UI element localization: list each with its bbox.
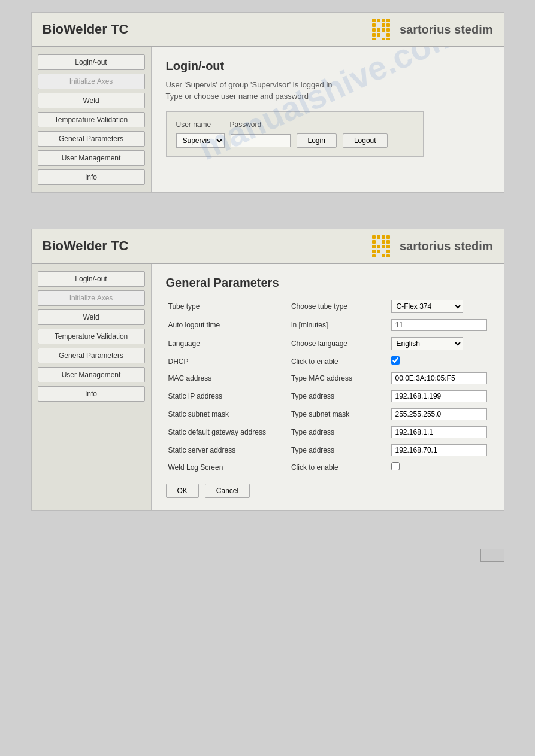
gp-value-gateway — [389, 423, 489, 441]
sidebar2-btn-info[interactable]: Info — [38, 386, 145, 402]
ok-button[interactable]: OK — [166, 484, 199, 498]
login-button[interactable]: Login — [297, 133, 337, 148]
sidebar2-btn-user-mgmt[interactable]: User Management — [38, 367, 145, 382]
panel2-brand-area: sartorius stedim — [372, 235, 493, 257]
svg-rect-19 — [382, 235, 385, 239]
user-name-label: User name — [176, 120, 218, 129]
sidebar-btn-temp-val[interactable]: Temperature Validation — [38, 112, 145, 127]
gp-label-auto-logout: Auto logout time — [166, 316, 289, 334]
svg-rect-23 — [386, 240, 390, 244]
gp-value-tube-type: C-Flex 374 — [389, 297, 489, 316]
brand-logo-icon — [372, 19, 394, 40]
logout-button[interactable]: Logout — [343, 133, 388, 148]
gp-hint-language: Choose language — [289, 334, 389, 353]
gp-value-static-ip — [389, 387, 489, 405]
bottom-bar — [31, 546, 504, 564]
sidebar2-btn-weld[interactable]: Weld — [38, 309, 145, 325]
user-select[interactable]: Supervis — [176, 133, 225, 148]
gateway-input[interactable] — [391, 426, 487, 438]
panel2-brand-name: sartorius stedim — [400, 239, 493, 253]
panel1-header: BioWelder TC — [32, 13, 504, 47]
gp-hint-weld-log: Click to enable — [289, 459, 389, 475]
panel-general-params: BioWelder TC — [31, 229, 504, 511]
sidebar2-btn-login-out[interactable]: Login/-out — [38, 271, 145, 287]
gp-hint-static-ip: Type address — [289, 387, 389, 405]
gp-hint-auto-logout: in [minutes] — [289, 316, 389, 334]
dhcp-checkbox[interactable] — [391, 356, 400, 365]
svg-rect-12 — [377, 33, 380, 37]
gp-value-dhcp — [389, 353, 489, 369]
server-input[interactable] — [391, 444, 487, 456]
svg-rect-18 — [377, 235, 380, 239]
svg-rect-27 — [386, 245, 390, 248]
sidebar-btn-login-out[interactable]: Login/-out — [38, 54, 145, 70]
svg-rect-0 — [372, 19, 376, 22]
gp-label-weld-log: Weld Log Screen — [166, 459, 289, 475]
svg-rect-3 — [386, 19, 390, 22]
svg-rect-1 — [377, 19, 380, 22]
sidebar-btn-weld[interactable]: Weld — [38, 93, 145, 108]
panel1-body: Login/-out Initialize Axes Weld Temperat… — [32, 47, 504, 192]
svg-rect-14 — [372, 38, 376, 40]
svg-rect-32 — [382, 254, 385, 257]
sidebar2-btn-temp-val[interactable]: Temperature Validation — [38, 329, 145, 344]
language-select[interactable]: English — [391, 337, 463, 350]
panel2-app-title: BioWelder TC — [43, 238, 129, 254]
bottom-nav-btn[interactable] — [480, 549, 504, 562]
auto-logout-input[interactable] — [391, 319, 487, 331]
password-input[interactable] — [231, 134, 291, 147]
svg-rect-10 — [386, 28, 390, 32]
gp-row-static-ip: Static IP address Type address — [166, 387, 489, 405]
svg-rect-7 — [372, 28, 376, 32]
gp-label-subnet: Static subnet mask — [166, 405, 289, 423]
panel-login: BioWelder TC — [31, 12, 504, 193]
panel1-brand-name: sartorius stedim — [400, 23, 493, 37]
subnet-input[interactable] — [391, 408, 487, 420]
gp-hint-tube-type: Choose tube type — [289, 297, 389, 316]
panel2-content: General Parameters Tube type Choose tube… — [152, 264, 504, 510]
gp-row-auto-logout: Auto logout time in [minutes] — [166, 316, 489, 334]
gp-value-weld-log — [389, 459, 489, 475]
user-select-wrapper: Supervis — [176, 133, 225, 148]
sidebar-btn-init-axes: Initialize Axes — [38, 74, 145, 89]
static-ip-input[interactable] — [391, 390, 487, 402]
sidebar-btn-gen-params[interactable]: General Parameters — [38, 131, 145, 147]
gp-value-language: English — [389, 334, 489, 353]
sidebar-btn-info[interactable]: Info — [38, 169, 145, 185]
gp-label-dhcp: DHCP — [166, 353, 289, 369]
svg-rect-22 — [382, 240, 385, 244]
svg-rect-11 — [372, 33, 376, 37]
svg-rect-31 — [372, 254, 376, 257]
gp-label-static-ip: Static IP address — [166, 387, 289, 405]
mac-input[interactable] — [391, 372, 487, 384]
svg-rect-21 — [372, 240, 376, 244]
svg-rect-8 — [377, 28, 380, 32]
svg-rect-20 — [386, 235, 390, 239]
gp-label-language: Language — [166, 334, 289, 353]
panel1-logged-in-msg: User 'Supervis' of group 'Supervisor' is… — [166, 80, 489, 89]
panel1-content-title: Login/-out — [166, 59, 489, 73]
gp-row-server: Static server address Type address — [166, 441, 489, 459]
svg-rect-29 — [377, 250, 380, 253]
panel1-instruction: Type or choose user name and password — [166, 92, 489, 101]
sidebar2-btn-gen-params[interactable]: General Parameters — [38, 348, 145, 363]
sidebar-btn-user-mgmt[interactable]: User Management — [38, 150, 145, 166]
gp-row-weld-log: Weld Log Screen Click to enable — [166, 459, 489, 475]
weld-log-checkbox[interactable] — [391, 462, 400, 470]
tube-type-select[interactable]: C-Flex 374 — [391, 300, 463, 313]
login-form-row: Supervis Login Logout — [176, 133, 413, 148]
gp-value-auto-logout — [389, 316, 489, 334]
svg-rect-13 — [386, 33, 390, 37]
cancel-button[interactable]: Cancel — [205, 484, 250, 498]
svg-rect-24 — [372, 245, 376, 248]
gp-table: Tube type Choose tube type C-Flex 374 Au… — [166, 297, 489, 475]
panel1-app-title: BioWelder TC — [43, 22, 129, 37]
svg-rect-15 — [382, 38, 385, 40]
svg-rect-6 — [386, 23, 390, 27]
gp-hint-dhcp: Click to enable — [289, 353, 389, 369]
sidebar2-btn-init-axes: Initialize Axes — [38, 290, 145, 306]
svg-rect-5 — [382, 23, 385, 27]
svg-rect-17 — [372, 235, 376, 239]
gp-row-language: Language Choose language English — [166, 334, 489, 353]
panel1-brand-area: sartorius stedim — [372, 19, 493, 40]
